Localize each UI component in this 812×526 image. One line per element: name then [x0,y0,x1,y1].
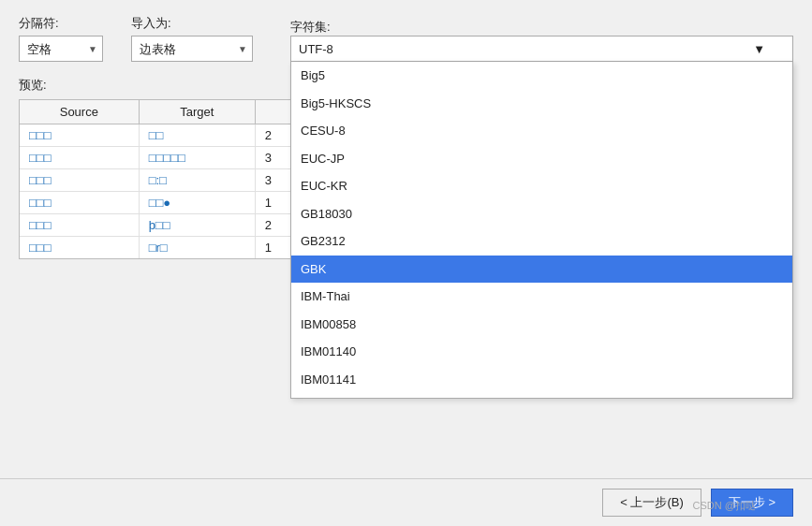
charset-current-value: UTF-8 [299,42,333,56]
cell-target-4: þ□□ [139,214,255,237]
charset-option-euckr[interactable]: EUC-KR [291,172,792,200]
charset-select-wrapper[interactable]: UTF-8 ▼ Big5 Big5-HKSCS CESU-8 EUC-JP EU… [290,36,793,62]
col-header-source: Source [20,100,139,124]
cell-target-0: □□ [139,124,255,147]
charset-option-gb18030[interactable]: GB18030 [291,200,792,228]
top-controls: 分隔符: 空格 逗号 制表符 分号 ▼ 导入为: 边表格 [19,15,793,62]
cell-source-0: □□□ [20,124,139,147]
charset-option-gb2312[interactable]: GB2312 [291,227,792,256]
charset-option-cesu8[interactable]: CESU-8 [291,117,792,145]
charset-dropdown[interactable]: Big5 Big5-HKSCS CESU-8 EUC-JP EUC-KR GB1… [290,62,793,399]
cell-source-3: □□□ [20,192,139,214]
charset-option-ibm01141[interactable]: IBM01141 [291,366,792,394]
cell-target-5: □r□ [139,237,255,259]
charset-option-gbk[interactable]: GBK [291,256,792,284]
import-as-group: 导入为: 边表格 节点表格 ▼ [131,15,253,62]
charset-option-ibm-thai[interactable]: IBM-Thai [291,283,792,311]
charset-display[interactable]: UTF-8 ▼ [290,36,793,62]
charset-option-ibm00858[interactable]: IBM00858 [291,311,792,339]
separator-select-wrapper: 空格 逗号 制表符 分号 ▼ [19,36,103,62]
cell-target-3: □□● [139,192,255,214]
left-controls: 分隔符: 空格 逗号 制表符 分号 ▼ 导入为: 边表格 [19,15,253,62]
back-button[interactable]: < 上一步(B) [602,489,701,517]
charset-option-ibm01140[interactable]: IBM01140 [291,338,792,366]
import-as-select[interactable]: 边表格 节点表格 [131,36,253,62]
separator-group: 分隔符: 空格 逗号 制表符 分号 ▼ [19,15,103,62]
cell-target-1: □□□□□ [139,147,255,169]
cell-source-1: □□□ [20,147,139,169]
cell-source-5: □□□ [20,237,139,259]
bottom-bar: < 上一步(B) 下一步 > [0,478,812,526]
separator-select[interactable]: 空格 逗号 制表符 分号 [19,36,103,62]
charset-label: 字符集: [290,20,331,34]
charset-option-eucjp[interactable]: EUC-JP [291,145,792,173]
charset-option-ibm01142[interactable]: IBM01142 [291,393,792,399]
col-header-target: Target [139,100,255,124]
import-as-label: 导入为: [131,15,253,32]
import-as-select-wrapper: 边表格 节点表格 ▼ [131,36,253,62]
cell-source-2: □□□ [20,169,139,192]
cell-source-4: □□□ [20,214,139,237]
charset-chevron-icon: ▼ [753,42,765,56]
watermark: CSDN @扣哒 [693,499,756,513]
charset-group: 字符集: UTF-8 ▼ Big5 Big5-HKSCS CESU-8 EUC-… [290,19,793,62]
charset-option-big5hkscs[interactable]: Big5-HKSCS [291,90,792,118]
dialog-container: 分隔符: 空格 逗号 制表符 分号 ▼ 导入为: 边表格 [0,0,812,526]
charset-option-big5[interactable]: Big5 [291,62,792,90]
separator-label: 分隔符: [19,15,103,32]
cell-target-2: □:□ [139,169,255,192]
